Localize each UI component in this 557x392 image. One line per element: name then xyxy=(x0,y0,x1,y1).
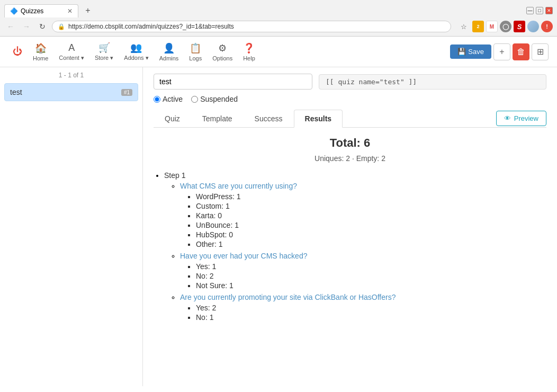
bookmark-icon[interactable]: ☆ xyxy=(459,21,469,32)
answer-item: Custom: 1 xyxy=(196,202,546,210)
question-1-text: What CMS are you currently using? xyxy=(180,182,297,190)
ext-gmail-icon[interactable]: M xyxy=(486,21,498,32)
admins-icon: 👤 xyxy=(163,42,175,54)
tab-favicon: 🔷 xyxy=(10,7,17,15)
maximize-button[interactable]: □ xyxy=(536,7,543,14)
answer-list-1: WordPress: 1 Custom: 1 Karta: 0 UnBounce… xyxy=(180,192,546,248)
ext-circle-icon[interactable]: ◯ xyxy=(500,21,511,32)
lock-icon: 🔒 xyxy=(58,23,65,30)
extension-icons: 2 M ◯ S ! xyxy=(472,21,553,32)
home-button[interactable]: 🏠 Home xyxy=(29,40,52,64)
addons-icon: 👥 xyxy=(130,42,142,54)
step-1-item: Step 1 What CMS are you currently using?… xyxy=(164,171,546,322)
question-1-item: What CMS are you currently using? WordPr… xyxy=(180,182,546,248)
quiz-name-input[interactable] xyxy=(154,74,312,90)
content-label: Content ▾ xyxy=(59,55,84,61)
question-2-text: Have you ever had your CMS hacked? xyxy=(180,252,307,260)
results-subtitle: Uniques: 2 · Empty: 2 xyxy=(154,154,546,163)
browser-titlebar: 🔷 Quizzes ✕ + — □ ✕ xyxy=(0,0,557,18)
grid-icon: ⊞ xyxy=(537,47,544,57)
answer-item: Other: 1 xyxy=(196,240,546,248)
forward-button[interactable]: → xyxy=(20,20,33,33)
add-button[interactable]: + xyxy=(493,43,510,60)
logs-label: Logs xyxy=(189,55,202,61)
minimize-button[interactable]: — xyxy=(526,7,534,14)
tab-quiz[interactable]: Quiz xyxy=(154,110,191,127)
question-2-item: Have you ever had your CMS hacked? Yes: … xyxy=(180,252,546,290)
question-list: What CMS are you currently using? WordPr… xyxy=(164,182,546,322)
answer-item: Yes: 2 xyxy=(196,304,546,312)
plus-icon: + xyxy=(499,47,504,57)
preview-button[interactable]: 👁 Preview xyxy=(496,111,546,126)
ext-avatar-icon[interactable] xyxy=(527,21,539,32)
answer-item: No: 2 xyxy=(196,272,546,280)
power-button[interactable]: ⏻ xyxy=(8,44,26,59)
content-button[interactable]: A Content ▾ xyxy=(55,40,88,64)
answer-list-3: Yes: 2 No: 1 xyxy=(180,304,546,322)
active-radio[interactable] xyxy=(154,96,160,103)
back-button[interactable]: ← xyxy=(4,20,17,33)
ext-cbsplit-icon[interactable]: 2 xyxy=(472,21,484,32)
answer-item: Yes: 1 xyxy=(196,262,546,271)
active-label: Active xyxy=(163,95,183,103)
suspended-label: Suspended xyxy=(200,95,238,103)
step-1-label: Step 1 xyxy=(164,171,185,180)
suspended-radio[interactable] xyxy=(191,96,198,103)
answer-item: Karta: 0 xyxy=(196,211,546,220)
address-bar-icons: ☆ xyxy=(459,21,469,32)
admins-button[interactable]: 👤 Admins xyxy=(155,40,183,64)
logs-icon: 📋 xyxy=(190,42,201,54)
address-bar[interactable]: 🔒 https://demo.cbsplit.com/admin/quizzes… xyxy=(52,21,451,32)
close-button[interactable]: ✕ xyxy=(545,7,553,14)
ext-s-icon[interactable]: S xyxy=(514,21,525,32)
question-3-text: Are you currently promoting your site vi… xyxy=(180,293,396,301)
window-controls: — □ ✕ xyxy=(526,7,553,14)
addons-label: Addons ▾ xyxy=(124,55,148,61)
status-row: Active Suspended xyxy=(154,95,546,103)
answer-list-2: Yes: 1 No: 2 Not Sure: 1 xyxy=(180,262,546,290)
content-area: [[ quiz name="test" ]] Active Suspended … xyxy=(143,67,557,386)
sidebar-item-test[interactable]: test #1 xyxy=(4,83,138,101)
help-button[interactable]: ❓ Help xyxy=(239,40,259,64)
eye-icon: 👁 xyxy=(504,114,511,122)
tab-success[interactable]: Success xyxy=(244,110,294,127)
admins-label: Admins xyxy=(159,55,179,61)
help-icon: ❓ xyxy=(243,42,255,54)
address-bar-row: ← → ↻ 🔒 https://demo.cbsplit.com/admin/q… xyxy=(0,18,557,36)
step-list: Step 1 What CMS are you currently using?… xyxy=(154,171,546,322)
sidebar-count: 1 - 1 of 1 xyxy=(4,72,138,79)
sidebar-item-name: test xyxy=(10,88,22,96)
tab-title: Quizzes xyxy=(21,7,43,15)
answer-item: WordPress: 1 xyxy=(196,192,546,201)
store-button[interactable]: 🛒 Store ▾ xyxy=(91,40,118,64)
browser-tab[interactable]: 🔷 Quizzes ✕ xyxy=(4,4,78,17)
app-header: ⏻ 🏠 Home A Content ▾ 🛒 Store ▾ 👥 Addons … xyxy=(0,37,557,67)
answer-item: HubSpot: 0 xyxy=(196,230,546,239)
options-label: Options xyxy=(212,55,232,61)
options-icon: ⚙ xyxy=(218,42,227,54)
delete-button[interactable]: 🗑 xyxy=(513,43,529,60)
answer-item: UnBounce: 1 xyxy=(196,221,546,229)
addons-button[interactable]: 👥 Addons ▾ xyxy=(120,40,152,64)
new-tab-button[interactable]: + xyxy=(80,3,95,18)
tab-template[interactable]: Template xyxy=(191,110,244,127)
main-layout: 1 - 1 of 1 test #1 [[ quiz name="test" ]… xyxy=(0,67,557,386)
shortcode-box: [[ quiz name="test" ]] xyxy=(319,74,546,90)
logs-button[interactable]: 📋 Logs xyxy=(185,40,206,64)
suspended-radio-label[interactable]: Suspended xyxy=(191,95,238,103)
home-icon: 🏠 xyxy=(35,42,47,54)
help-label: Help xyxy=(243,55,255,61)
save-button[interactable]: 💾 Save xyxy=(450,44,491,59)
power-icon: ⏻ xyxy=(13,46,22,57)
results-total: Total: 6 xyxy=(154,136,546,150)
ext-red-icon[interactable]: ! xyxy=(541,21,553,32)
question-3-item: Are you currently promoting your site vi… xyxy=(180,293,546,322)
refresh-button[interactable]: ↻ xyxy=(36,20,49,33)
tab-close-icon[interactable]: ✕ xyxy=(67,7,73,15)
active-radio-label[interactable]: Active xyxy=(154,95,183,103)
options-button[interactable]: ⚙ Options xyxy=(208,40,237,64)
tabs-bar: Quiz Template Success Results 👁 Preview xyxy=(154,110,546,128)
top-row: [[ quiz name="test" ]] xyxy=(154,74,546,90)
tab-results[interactable]: Results xyxy=(294,110,343,128)
grid-button[interactable]: ⊞ xyxy=(532,43,549,60)
